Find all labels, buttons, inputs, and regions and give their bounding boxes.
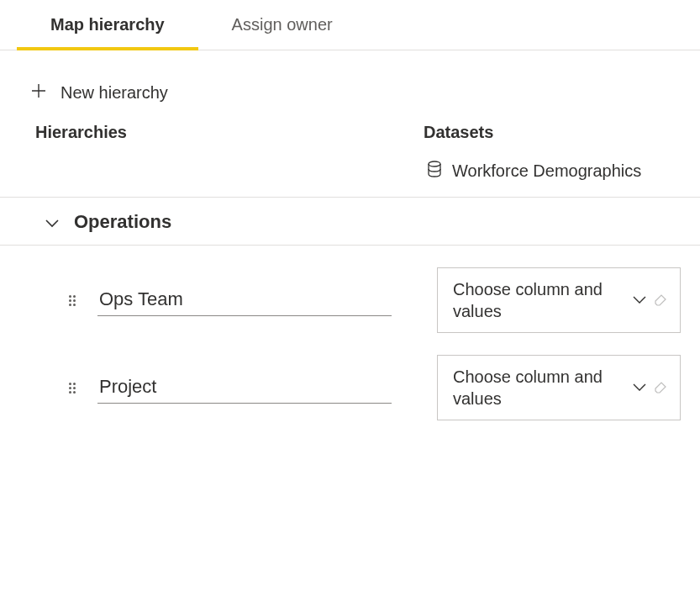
eraser-icon[interactable] — [653, 378, 668, 397]
tabs-bar: Map hierarchy Assign owner — [0, 0, 700, 50]
datasets-header: Datasets — [424, 123, 683, 142]
svg-point-0 — [429, 161, 440, 166]
hierarchy-row: Choose column and values — [25, 333, 683, 420]
plus-icon — [30, 82, 47, 103]
new-hierarchy-label: New hierarchy — [61, 83, 168, 103]
drag-handle-icon[interactable] — [69, 293, 77, 307]
tab-map-hierarchy[interactable]: Map hierarchy — [17, 0, 198, 50]
picker-placeholder: Choose column and values — [453, 366, 633, 409]
dataset-row: Workforce Demographics — [0, 151, 700, 198]
hierarchy-row: Choose column and values — [25, 246, 683, 333]
database-icon — [427, 161, 442, 182]
chevron-down-icon — [45, 211, 59, 233]
picker-placeholder: Choose column and values — [453, 278, 633, 322]
eraser-icon[interactable] — [653, 291, 668, 309]
group-name: Operations — [74, 211, 171, 233]
hierarchies-header: Hierarchies — [25, 123, 424, 142]
hierarchy-name-input[interactable] — [97, 285, 392, 316]
chevron-down-icon — [633, 380, 646, 395]
dataset-name: Workforce Demographics — [452, 161, 641, 181]
chevron-down-icon — [633, 293, 646, 308]
column-picker[interactable]: Choose column and values — [437, 355, 681, 420]
group-header-operations[interactable]: Operations — [0, 198, 700, 246]
columns-header: Hierarchies Datasets — [25, 123, 683, 151]
drag-handle-icon[interactable] — [69, 381, 77, 394]
new-hierarchy-button[interactable]: New hierarchy — [25, 76, 683, 123]
hierarchy-name-input[interactable] — [97, 372, 392, 404]
column-picker[interactable]: Choose column and values — [437, 267, 681, 333]
tab-assign-owner[interactable]: Assign owner — [198, 0, 366, 50]
